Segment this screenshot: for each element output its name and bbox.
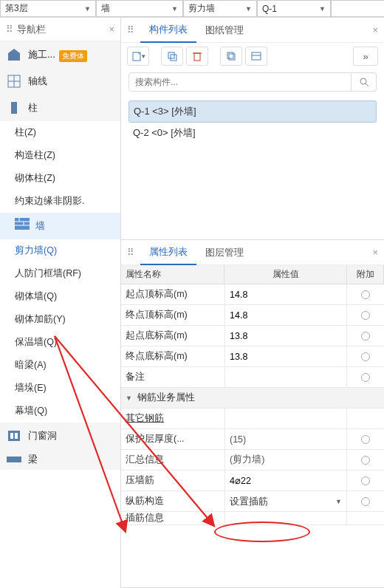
layer-button[interactable] [245, 47, 267, 66]
component-search-input[interactable] [128, 72, 352, 92]
prop-row: 插筋信息 [121, 512, 384, 525]
instance-select[interactable]: Q-1 ▼ [257, 0, 331, 17]
nav-cat-beam[interactable]: 梁 [0, 449, 120, 470]
nav-cat-column[interactable]: 柱 [0, 95, 120, 121]
prop-value-input[interactable] [225, 367, 346, 387]
floor-value: 第3层 [5, 2, 28, 15]
radio-toggle[interactable] [361, 352, 370, 361]
more-arrow-icon: » [363, 51, 368, 62]
type-value: 剪力墙 [188, 2, 215, 15]
nav-cat-door[interactable]: 门窗洞 [0, 423, 120, 449]
prop-value[interactable]: (剪力墙) [225, 450, 346, 470]
component-item[interactable]: Q-2 <0> [外墙] [128, 123, 377, 143]
new-button[interactable]: ▾ [127, 47, 149, 66]
tab-component-list[interactable]: 构件列表 [140, 18, 196, 43]
nav-sub-al[interactable]: 暗梁(A) [0, 354, 120, 377]
prop-row: 纵筋构造 设置插筋 ▼ [121, 491, 384, 512]
svg-point-23 [360, 78, 366, 84]
chevron-down-icon: ▼ [319, 5, 326, 13]
close-icon[interactable]: × [372, 24, 378, 35]
nav-label: 墙 [35, 220, 45, 233]
nav-sub-gzz[interactable]: 构造柱(Z) [0, 144, 120, 167]
nav-sub-bwq[interactable]: 保温墙(Q) [0, 331, 120, 354]
prop-row: 备注 [121, 367, 384, 388]
copy-button[interactable] [161, 47, 183, 66]
prop-value[interactable]: (15) [225, 429, 346, 449]
prop-row: 汇总信息 (剪力墙) [121, 450, 384, 471]
header-name: 属性名称 [121, 265, 224, 284]
chevron-down-icon: ▼ [335, 498, 342, 505]
grip-icon: ⠿ [6, 24, 13, 35]
component-item[interactable]: Q-1 <3> [外墙] [128, 100, 377, 123]
prop-value-input[interactable] [225, 346, 346, 366]
property-panel: ⠿ 属性列表 图层管理 × 属性名称 属性值 附加 起点顶标高(m) 终点顶标高… [121, 240, 384, 588]
svg-rect-11 [10, 433, 13, 439]
prop-name: 插筋信息 [121, 512, 224, 524]
tab-property-list[interactable]: 属性列表 [140, 240, 196, 265]
right-panels: ⠿ 构件列表 图纸管理 × ▾ » [121, 18, 384, 588]
radio-toggle[interactable] [361, 456, 370, 465]
radio-toggle[interactable] [361, 373, 370, 382]
nav-sub-qtjj[interactable]: 砌体加筋(Y) [0, 308, 120, 331]
svg-rect-16 [171, 55, 176, 61]
prop-group-rebar[interactable]: ▼ 钢筋业务属性 [121, 388, 384, 408]
nav-label: 轴线 [28, 75, 114, 88]
prop-value[interactable] [225, 408, 346, 428]
prop-value-input[interactable] [225, 305, 346, 325]
nav-cat-wall[interactable]: 墙 [0, 213, 120, 239]
nav-title: 导航栏 [17, 23, 46, 36]
prop-value-select[interactable]: 设置插筋 ▼ [225, 491, 346, 511]
prop-value-input[interactable] [225, 326, 346, 346]
radio-toggle[interactable] [361, 497, 370, 506]
nav-sub-mq[interactable]: 幕墙(Q) [0, 400, 120, 423]
delete-button[interactable] [186, 47, 208, 66]
tab-layer-mgmt[interactable]: 图层管理 [196, 240, 253, 265]
copy-icon [168, 52, 177, 61]
more-button[interactable]: » [353, 47, 378, 66]
prop-name: 起点顶标高(m) [121, 284, 224, 304]
nav-sub-ysby[interactable]: 约束边缘非阴影. [0, 190, 120, 213]
radio-toggle[interactable] [361, 332, 370, 341]
nav-sub-qtz[interactable]: 砌体柱(Z) [0, 167, 120, 190]
nav-sub-column-z[interactable]: 柱(Z) [0, 121, 120, 144]
chevron-down-icon: ▼ [171, 5, 178, 13]
duplicate-button[interactable] [220, 47, 242, 66]
radio-toggle[interactable] [361, 290, 370, 299]
instance-value: Q-1 [262, 4, 277, 14]
type-select[interactable]: 剪力墙 ▼ [183, 0, 257, 17]
svg-rect-17 [194, 53, 200, 61]
svg-rect-21 [252, 52, 261, 60]
prop-value-input[interactable] [225, 284, 346, 304]
search-button[interactable] [352, 72, 377, 92]
component-search-row [121, 69, 384, 98]
top-breadcrumb-bar: 第3层 ▼ 墙 ▼ 剪力墙 ▼ Q-1 ▼ [0, 0, 384, 18]
close-icon[interactable]: × [372, 247, 378, 258]
extra-select[interactable] [331, 0, 384, 17]
radio-toggle[interactable] [361, 435, 370, 444]
duplicate-icon [227, 52, 236, 61]
radio-toggle[interactable] [361, 311, 370, 320]
beam-icon [6, 451, 22, 468]
prop-row: 终点底标高(m) [121, 346, 384, 367]
nav-sidebar: ⠿ 导航栏 × 免费体 施工... 轴线 柱 柱(Z) 构造柱(Z) 砌体柱(Z… [0, 18, 121, 588]
close-icon[interactable]: × [109, 24, 114, 35]
new-file-icon [131, 51, 142, 61]
component-tabbar: ⠿ 构件列表 图纸管理 × [121, 18, 384, 43]
tab-drawing-mgmt[interactable]: 图纸管理 [196, 18, 253, 43]
column-icon [6, 100, 22, 116]
prop-name: 终点底标高(m) [121, 346, 224, 366]
nav-cat-axis[interactable]: 轴线 [0, 68, 120, 95]
svg-rect-10 [8, 431, 20, 441]
nav-label: 门窗洞 [28, 429, 114, 442]
prop-row: 保护层厚度(... (15) [121, 429, 384, 450]
prop-name-link[interactable]: 其它钢筋 [121, 408, 224, 428]
prop-value-input[interactable] [225, 471, 346, 490]
nav-sub-rf[interactable]: 人防门框墙(RF) [0, 262, 120, 285]
floor-select[interactable]: 第3层 ▼ [0, 0, 96, 17]
radio-toggle[interactable] [361, 476, 370, 485]
grip-icon: ⠿ [127, 24, 134, 35]
category-select[interactable]: 墙 ▼ [96, 0, 183, 17]
nav-sub-shearwall[interactable]: 剪力墙(Q) [0, 239, 120, 262]
nav-sub-qtq[interactable]: 砌体墙(Q) [0, 285, 120, 308]
nav-sub-qd[interactable]: 墙垛(E) [0, 377, 120, 400]
